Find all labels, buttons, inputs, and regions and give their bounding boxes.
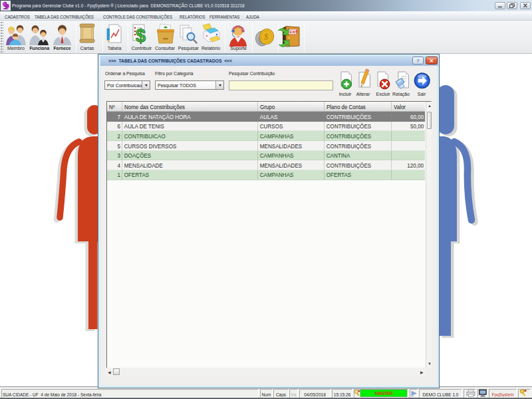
svg-text:EXIT: EXIT (290, 30, 299, 34)
svg-text:$: $ (136, 26, 146, 46)
svg-text:MASTER: MASTER (375, 390, 394, 396)
